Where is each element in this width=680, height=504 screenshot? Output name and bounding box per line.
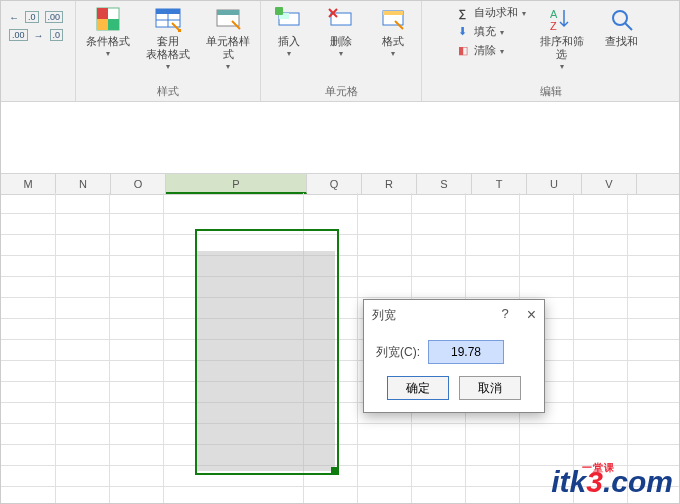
dialog-help-button[interactable]: ?	[501, 306, 508, 324]
find-select-button[interactable]: 查找和	[598, 5, 646, 48]
grid-row	[1, 361, 679, 382]
spreadsheet[interactable]: MNOPQRSTUV 列宽 ? × 列宽(C): 确定 取消	[1, 133, 679, 503]
column-header-Q[interactable]: Q	[307, 174, 362, 194]
button-label: 格式	[382, 35, 404, 48]
chevron-down-icon: ▾	[166, 62, 170, 71]
decimal-sample-icon: .00	[9, 29, 28, 41]
column-header-S[interactable]: S	[417, 174, 472, 194]
grid-row	[1, 193, 679, 214]
grid-rows	[1, 193, 679, 503]
svg-rect-17	[383, 11, 403, 15]
button-label: 查找和	[605, 35, 638, 48]
grid-row	[1, 235, 679, 256]
group-label: 样式	[157, 82, 179, 99]
conditional-formatting-button[interactable]: 条件格式 ▾	[84, 5, 132, 58]
decrease-decimal-button[interactable]: .00 → .0	[9, 29, 63, 41]
grid-row	[1, 340, 679, 361]
editing-mini-column: ∑ 自动求和 ▾ ⬇ 填充 ▾ ◧ 清除 ▾	[456, 5, 526, 58]
selection-shade	[197, 251, 335, 471]
group-label: 单元格	[325, 82, 358, 99]
button-label: 填充	[474, 24, 496, 39]
decimal-sample-icon: .00	[45, 11, 64, 23]
chevron-down-icon: ▾	[226, 62, 230, 71]
ok-button[interactable]: 确定	[387, 376, 449, 400]
svg-rect-9	[217, 10, 239, 15]
format-as-table-icon	[154, 5, 182, 33]
sort-filter-button[interactable]: AZ 排序和筛选 ▾	[538, 5, 586, 71]
chevron-down-icon: ▾	[106, 49, 110, 58]
autosum-button[interactable]: ∑ 自动求和 ▾	[456, 5, 526, 20]
delete-cells-icon	[327, 5, 355, 33]
column-header-T[interactable]: T	[472, 174, 527, 194]
search-icon	[608, 5, 636, 33]
grid-row	[1, 214, 679, 235]
button-label: 套用 表格格式	[146, 35, 190, 61]
column-header-V[interactable]: V	[582, 174, 637, 194]
conditional-formatting-icon	[94, 5, 122, 33]
svg-rect-12	[275, 7, 283, 15]
column-width-input[interactable]	[428, 340, 504, 364]
fill-button[interactable]: ⬇ 填充 ▾	[456, 24, 526, 39]
dialog-close-button[interactable]: ×	[527, 306, 536, 324]
watermark-sub: 一堂课	[582, 461, 615, 475]
group-number: ← .0 .00 .00 → .0	[1, 1, 76, 101]
chevron-down-icon: ▾	[287, 49, 291, 58]
format-button[interactable]: 格式 ▾	[373, 5, 413, 58]
grid-row	[1, 445, 679, 466]
button-label: 插入	[278, 35, 300, 48]
chevron-down-icon: ▾	[500, 47, 504, 56]
grid-row	[1, 319, 679, 340]
column-width-dialog: 列宽 ? × 列宽(C): 确定 取消	[363, 299, 545, 413]
cell-styles-button[interactable]: 单元格样式 ▾	[204, 5, 252, 71]
number-format-controls: ← .0 .00 .00 → .0	[3, 5, 69, 47]
fill-down-icon: ⬇	[456, 25, 470, 39]
column-header-U[interactable]: U	[527, 174, 582, 194]
svg-rect-3	[97, 19, 108, 30]
column-header-P[interactable]: P	[166, 174, 307, 194]
svg-rect-2	[108, 19, 119, 30]
cell-styles-icon	[214, 5, 242, 33]
chevron-down-icon: ▾	[560, 62, 564, 71]
watermark: 一堂课 itk3.com	[551, 465, 673, 499]
grid-row	[1, 256, 679, 277]
grid-row	[1, 403, 679, 424]
column-header-R[interactable]: R	[362, 174, 417, 194]
group-styles: 条件格式 ▾ 套用 表格格式 ▾ 单元格样式 ▾	[76, 1, 261, 101]
sigma-icon: ∑	[456, 6, 470, 20]
grid-row	[1, 382, 679, 403]
button-label: 条件格式	[86, 35, 130, 48]
dialog-field-label: 列宽(C):	[376, 344, 420, 361]
column-headers[interactable]: MNOPQRSTUV	[1, 173, 679, 195]
chevron-down-icon: ▾	[522, 9, 526, 18]
selection-fill-handle[interactable]	[331, 467, 337, 473]
svg-rect-1	[97, 8, 108, 19]
button-label: 自动求和	[474, 5, 518, 20]
format-cells-icon	[379, 5, 407, 33]
insert-button[interactable]: 插入 ▾	[269, 5, 309, 58]
chevron-down-icon: ▾	[391, 49, 395, 58]
svg-text:Z: Z	[550, 20, 557, 32]
sort-filter-icon: AZ	[548, 5, 576, 33]
button-label: 单元格样式	[204, 35, 252, 61]
group-label: 编辑	[540, 82, 562, 99]
column-header-N[interactable]: N	[56, 174, 111, 194]
decimal-sample-icon: .0	[25, 11, 39, 23]
increase-decimal-button[interactable]: ← .0 .00	[9, 11, 63, 23]
dialog-title: 列宽	[372, 307, 396, 324]
button-label: 删除	[330, 35, 352, 48]
format-as-table-button[interactable]: 套用 表格格式 ▾	[144, 5, 192, 71]
delete-button[interactable]: 删除 ▾	[321, 5, 361, 58]
cancel-button[interactable]: 取消	[459, 376, 521, 400]
svg-text:A: A	[550, 8, 558, 20]
clear-button[interactable]: ◧ 清除 ▾	[456, 43, 526, 58]
chevron-down-icon: ▾	[339, 49, 343, 58]
button-label: 清除	[474, 43, 496, 58]
insert-cells-icon	[275, 5, 303, 33]
eraser-icon: ◧	[456, 44, 470, 58]
button-label: 排序和筛选	[538, 35, 586, 61]
column-header-M[interactable]: M	[1, 174, 56, 194]
svg-line-21	[625, 23, 632, 30]
grid-row	[1, 298, 679, 319]
column-header-O[interactable]: O	[111, 174, 166, 194]
ribbon: ← .0 .00 .00 → .0 条件格式	[1, 1, 679, 102]
